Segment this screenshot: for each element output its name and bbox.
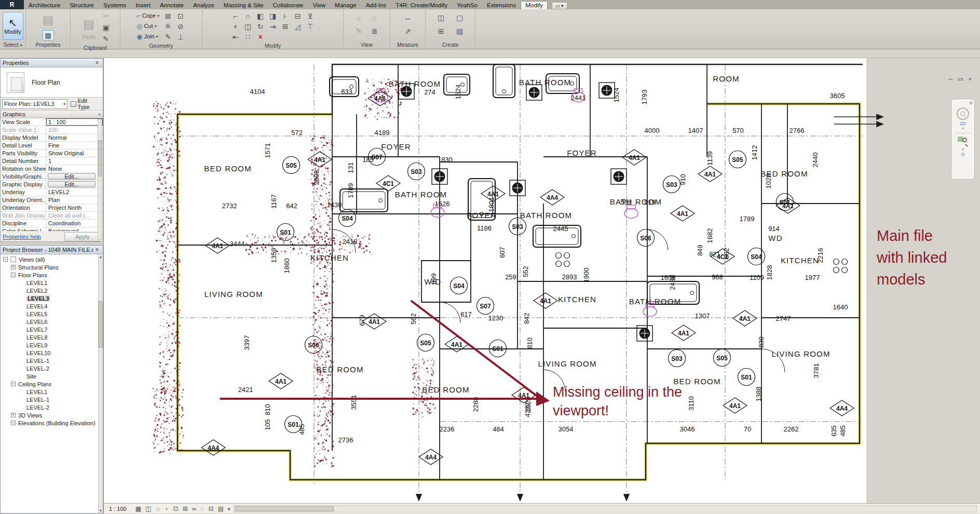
property-value[interactable]: 1	[46, 157, 103, 165]
main-file-note[interactable]: models	[877, 271, 925, 288]
dimension-label[interactable]: 2736	[338, 436, 353, 444]
tree-item-structural-plans[interactable]: +Structural Plans	[1, 263, 103, 271]
dimension-label[interactable]: 484	[493, 425, 504, 433]
room-label[interactable]: KITCHEN	[310, 253, 349, 262]
property-value[interactable]: None	[46, 165, 103, 172]
circle-tag[interactable]: S07	[477, 297, 494, 315]
collapse-icon[interactable]: −	[11, 273, 16, 277]
main-file-note[interactable]: Main file	[877, 227, 933, 244]
tree-item-level4[interactable]: LEVEL4	[1, 302, 103, 310]
tab-yeahso[interactable]: YeahSo	[452, 1, 482, 9]
bathtub-fixture[interactable]	[493, 64, 515, 98]
dimension-label[interactable]: 3110	[687, 396, 695, 411]
drawing-area[interactable]: BED ROOMLIVING ROOMKITCHENBED ROOMFOYERB…	[104, 58, 980, 513]
property-value[interactable]: Coordination	[46, 220, 103, 227]
dimension-label[interactable]: 2216	[816, 248, 824, 263]
edit-type-button[interactable]: Edit Type	[69, 99, 101, 109]
diamond-tag[interactable]: 4A1	[672, 325, 696, 341]
tree-item-level2[interactable]: LEVEL2	[1, 287, 103, 294]
room-label[interactable]: FOYER	[567, 148, 597, 157]
dimension-label[interactable]: 4104	[250, 88, 265, 96]
collapse-icon[interactable]: −	[3, 257, 8, 262]
zoom-region-icon[interactable]	[958, 136, 968, 146]
room-label[interactable]: BED ROOM	[316, 365, 363, 374]
navbar-minus-icon[interactable]: ⊖	[951, 152, 974, 157]
property-value[interactable]: Show Original	[46, 150, 103, 157]
stove-fixture[interactable]	[834, 259, 848, 273]
navigation-bar[interactable]: ⊗ 2D ▾ ▾ ⊖	[951, 99, 975, 180]
apply-coping-icon[interactable]: ⊡	[174, 11, 187, 21]
dimension-label[interactable]: 3781	[812, 363, 820, 378]
properties-windows-icon[interactable]: ▤	[38, 11, 58, 29]
rotate-icon[interactable]: ↻	[254, 21, 267, 32]
dimension-label[interactable]: 1359	[270, 248, 278, 263]
view-scale-control[interactable]: 1 : 100	[109, 506, 127, 512]
dimension-label[interactable]: 1571	[264, 143, 271, 158]
room-label[interactable]: BATH ROOM	[629, 297, 682, 306]
steering-wheel-icon[interactable]	[957, 107, 969, 120]
diamond-tag[interactable]: 4A1	[445, 336, 469, 352]
tab-view[interactable]: View	[308, 1, 330, 9]
edit-button[interactable]: Edit...	[48, 181, 96, 187]
tab-add-ins[interactable]: Add-Ins	[361, 1, 391, 9]
expand-icon[interactable]: +	[11, 413, 16, 417]
crop-view-icon[interactable]: ⊡	[173, 504, 179, 513]
dimension-label[interactable]: 1230	[488, 314, 503, 322]
diamond-tag[interactable]: 4A1	[698, 166, 722, 182]
circle-tag[interactable]: S04	[451, 277, 468, 294]
dimension-label[interactable]: 1640	[833, 303, 848, 311]
tree-item-views-all-[interactable]: −Views (all)	[1, 255, 103, 263]
show-crop-region-icon[interactable]: ⊞	[183, 504, 188, 513]
array-icon[interactable]: ∷	[242, 32, 254, 42]
dimension-label[interactable]: 617	[460, 310, 472, 318]
tab-manage[interactable]: Manage	[330, 1, 361, 9]
dimension-label[interactable]: 1860	[283, 259, 291, 274]
panel-label-select[interactable]: Select ▾	[0, 41, 25, 49]
mirror-draw-axis-icon[interactable]: ◨	[267, 11, 279, 21]
dimension-label[interactable]: 1682	[706, 228, 714, 244]
diamond-tag[interactable]: 4A1	[512, 387, 536, 403]
properties-close-icon[interactable]: ×	[93, 59, 101, 66]
circle-tag[interactable]: S03	[663, 176, 680, 193]
application-menu-button[interactable]: R	[0, 0, 24, 9]
tree-item-level8[interactable]: LEVEL8	[1, 333, 103, 341]
trim-extend-icon[interactable]: ⇥	[267, 21, 279, 32]
circle-tag[interactable]: S01	[277, 224, 294, 241]
tree-item-floor-plans[interactable]: −Floor Plans	[1, 271, 103, 279]
tab-collaborate[interactable]: Collaborate	[268, 1, 308, 9]
diamond-tag[interactable]: 4A1	[733, 310, 757, 326]
dimension-label[interactable]: 1167	[270, 194, 278, 209]
room-label[interactable]: LIVING ROOM	[771, 349, 830, 358]
minimize-icon[interactable]: ─	[948, 76, 952, 82]
circle-tag[interactable]: S06	[637, 229, 655, 247]
room-label[interactable]: KITCHEN	[781, 256, 819, 265]
property-value[interactable]: Clean all wall j...	[46, 212, 103, 219]
wall-joins-icon[interactable]: ≝	[162, 21, 174, 32]
dimension-label[interactable]: 3444	[230, 240, 245, 248]
unpin-icon[interactable]: ⊻	[304, 11, 317, 21]
align-icon[interactable]: ⊦	[279, 11, 292, 21]
dimension-label[interactable]: 3046	[680, 425, 695, 433]
diamond-tag[interactable]: 4A1	[269, 373, 293, 389]
circle-tag[interactable]: S01	[738, 369, 755, 386]
scale-icon[interactable]: ◿	[292, 21, 304, 32]
properties-title-bar[interactable]: Properties ×	[1, 59, 103, 67]
restore-icon[interactable]: ▭	[958, 76, 963, 82]
wall-corner-icon[interactable]: ⌐	[229, 11, 242, 21]
dimension-label[interactable]: 562	[620, 198, 632, 206]
create-assembly-icon[interactable]: ▢	[451, 12, 469, 23]
detail-level-icon[interactable]: ▦	[135, 504, 141, 513]
dimension-label[interactable]: 810	[264, 404, 271, 415]
dimension-label[interactable]: 830	[757, 336, 765, 348]
tree-item-level-1[interactable]: LEVEL-1	[1, 357, 103, 364]
cope-button[interactable]: ⌐ Cope▾	[135, 11, 160, 20]
dimension-label[interactable]: 2441	[571, 94, 586, 102]
dimension-label[interactable]: 830	[441, 156, 453, 164]
missing-ceiling-note[interactable]: viewport!	[553, 403, 609, 418]
room-label[interactable]: LIVING ROOM	[538, 359, 596, 368]
project-browser-scrollbar[interactable]: ▲▼	[98, 254, 103, 513]
dimension-label[interactable]: 1526	[435, 200, 450, 208]
create-parts-icon[interactable]: ◫	[432, 12, 451, 23]
delete-icon[interactable]: ×	[254, 32, 267, 42]
room-label[interactable]: KITCHEN	[558, 295, 596, 304]
